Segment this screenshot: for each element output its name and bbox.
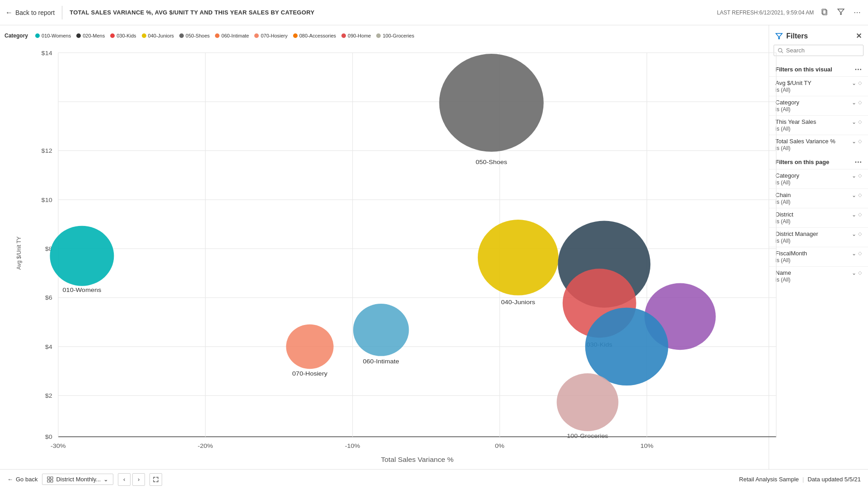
legend-dot-hosiery bbox=[254, 33, 259, 38]
filters-search-box[interactable] bbox=[774, 45, 863, 56]
svg-text:10%: 10% bbox=[640, 442, 653, 449]
bubble-010-womens[interactable] bbox=[50, 226, 114, 286]
page-filter-item[interactable]: FiscalMonth ⌄ ◇ is (All) bbox=[769, 247, 868, 266]
page-filters-list: Category ⌄ ◇ is (All) Chain ⌄ ◇ is (All)… bbox=[769, 169, 868, 286]
clear-filter-icon[interactable]: ◇ bbox=[858, 80, 862, 86]
nav-next-button[interactable]: › bbox=[132, 473, 145, 486]
clear-filter-icon[interactable]: ◇ bbox=[858, 192, 862, 198]
back-button[interactable]: ← Back to report bbox=[5, 9, 55, 17]
bubble-100-groceries[interactable] bbox=[557, 373, 619, 431]
page-filter-item[interactable]: Category ⌄ ◇ is (All) bbox=[769, 169, 868, 188]
divider bbox=[62, 6, 62, 19]
page-filter-item[interactable]: District Manager ⌄ ◇ is (All) bbox=[769, 227, 868, 247]
chevron-down-icon[interactable]: ⌄ bbox=[852, 250, 856, 257]
chevron-down-icon[interactable]: ⌄ bbox=[852, 231, 856, 237]
legend-item-juniors: 040-Juniors bbox=[142, 33, 174, 38]
top-bar: ← Back to report TOTAL SALES VARIANCE %,… bbox=[0, 0, 868, 25]
page-filter-item[interactable]: Chain ⌄ ◇ is (All) bbox=[769, 188, 868, 208]
visual-filter-item[interactable]: This Year Sales ⌄ ◇ is (All) bbox=[769, 115, 868, 135]
filters-section-page-title: Filters on this page ⋯ bbox=[769, 154, 868, 169]
legend-label-kids: 030-Kids bbox=[117, 33, 136, 38]
data-updated-label: Data updated 5/5/21 bbox=[807, 476, 861, 483]
clear-filter-icon[interactable]: ◇ bbox=[858, 212, 862, 217]
filters-title: Filters bbox=[786, 32, 808, 40]
chevron-down-icon[interactable]: ⌄ bbox=[852, 173, 856, 179]
legend-dot-juniors bbox=[142, 33, 146, 38]
svg-text:060-Intimate: 060-Intimate bbox=[363, 357, 400, 364]
visual-filter-item[interactable]: Total Sales Variance % ⌄ ◇ is (All) bbox=[769, 135, 868, 154]
bubble-060-intimate[interactable] bbox=[353, 304, 409, 356]
chevron-down-icon[interactable]: ⌄ bbox=[852, 80, 856, 86]
tab-icon bbox=[47, 476, 53, 483]
nav-arrows: ‹ › bbox=[118, 473, 145, 486]
refresh-text: LAST REFRESH:6/12/2021, 9:59:04 AM bbox=[717, 9, 814, 16]
go-back-label: Go back bbox=[16, 476, 37, 483]
clear-filter-icon[interactable]: ◇ bbox=[858, 173, 862, 179]
bubble-070-hosiery[interactable] bbox=[286, 324, 333, 369]
copy-icon[interactable] bbox=[819, 6, 830, 19]
bottom-bar: ← Go back District Monthly... ⌄ ‹ › bbox=[0, 469, 868, 489]
svg-text:-30%: -30% bbox=[51, 442, 66, 449]
svg-text:-20%: -20% bbox=[198, 442, 213, 449]
page-filters-more-icon[interactable]: ⋯ bbox=[854, 158, 862, 166]
tab-district-monthly[interactable]: District Monthly... ⌄ bbox=[42, 474, 113, 485]
expand-button[interactable] bbox=[149, 473, 162, 486]
visual-filters-list: Avg $/Unit TY ⌄ ◇ is (All) Category ⌄ ◇ … bbox=[769, 76, 868, 154]
clear-filter-icon[interactable]: ◇ bbox=[858, 231, 862, 237]
svg-text:040-Juniors: 040-Juniors bbox=[501, 299, 535, 306]
legend-label-womens: 010-Womens bbox=[42, 33, 71, 38]
chevron-down-icon[interactable]: ⌄ bbox=[852, 138, 856, 145]
filter-icon[interactable] bbox=[835, 6, 846, 19]
legend-item-groceries: 100-Groceries bbox=[376, 33, 414, 38]
legend-label-intimate: 060-Intimate bbox=[221, 33, 249, 38]
legend-dot-mens bbox=[76, 33, 81, 38]
chart-legend: Category 010-Womens 020-Mens 030-Kids 04… bbox=[0, 30, 760, 42]
legend-label-juniors: 040-Juniors bbox=[148, 33, 174, 38]
legend-dot-kids bbox=[110, 33, 115, 38]
bubble-090-home[interactable] bbox=[585, 308, 668, 386]
svg-rect-48 bbox=[51, 480, 53, 482]
legend-dot-womens bbox=[35, 33, 40, 38]
svg-text:0%: 0% bbox=[495, 442, 504, 449]
chevron-down-icon[interactable]: ⌄ bbox=[852, 192, 856, 198]
go-back-button[interactable]: ← Go back bbox=[7, 476, 37, 483]
clear-filter-icon[interactable]: ◇ bbox=[858, 250, 862, 256]
page-filter-item[interactable]: Name ⌄ ◇ is (All) bbox=[769, 266, 868, 286]
tab-chevron-icon[interactable]: ⌄ bbox=[103, 476, 108, 483]
visual-filters-more-icon[interactable]: ⋯ bbox=[854, 65, 862, 74]
svg-text:050-Shoes: 050-Shoes bbox=[476, 158, 507, 165]
legend-dot-groceries bbox=[376, 33, 381, 38]
filters-close-icon[interactable]: ✕ bbox=[856, 32, 862, 40]
clear-filter-icon[interactable]: ◇ bbox=[858, 270, 862, 276]
chevron-down-icon[interactable]: ⌄ bbox=[852, 270, 856, 276]
chart-area: Category 010-Womens 020-Mens 030-Kids 04… bbox=[0, 25, 769, 469]
svg-marker-2 bbox=[838, 9, 844, 14]
more-options-icon[interactable]: ⋯ bbox=[852, 6, 863, 19]
chart-svg[interactable]: $0 $2 $4 $6 $8 $10 $12 $14 -30% -20% -10… bbox=[23, 42, 782, 465]
bubble-050-shoes[interactable] bbox=[439, 54, 543, 152]
clear-filter-icon[interactable]: ◇ bbox=[858, 99, 862, 105]
clear-filter-icon[interactable]: ◇ bbox=[858, 119, 862, 125]
svg-text:$6: $6 bbox=[45, 294, 52, 301]
bubble-040-juniors[interactable] bbox=[478, 220, 559, 295]
chevron-down-icon[interactable]: ⌄ bbox=[852, 212, 856, 218]
visual-filter-item[interactable]: Avg $/Unit TY ⌄ ◇ is (All) bbox=[769, 76, 868, 96]
top-bar-right: LAST REFRESH:6/12/2021, 9:59:04 AM ⋯ bbox=[717, 6, 863, 19]
filters-panel: Filters ✕ Filters on this visual ⋯ Avg $… bbox=[769, 25, 868, 469]
svg-text:$2: $2 bbox=[45, 392, 52, 399]
chevron-down-icon[interactable]: ⌄ bbox=[852, 99, 856, 106]
clear-filter-icon[interactable]: ◇ bbox=[858, 138, 862, 144]
chevron-down-icon[interactable]: ⌄ bbox=[852, 119, 856, 125]
visual-filter-item[interactable]: Category ⌄ ◇ is (All) bbox=[769, 96, 868, 115]
search-input[interactable] bbox=[786, 47, 859, 54]
bottom-divider: | bbox=[803, 476, 804, 483]
legend-dot-home bbox=[341, 33, 346, 38]
svg-rect-46 bbox=[51, 477, 53, 479]
main-layout: Category 010-Womens 020-Mens 030-Kids 04… bbox=[0, 25, 868, 469]
legend-dot-accessories bbox=[293, 33, 298, 38]
legend-item-intimate: 060-Intimate bbox=[215, 33, 249, 38]
svg-text:Total Sales Variance %: Total Sales Variance % bbox=[381, 456, 453, 463]
nav-prev-button[interactable]: ‹ bbox=[118, 473, 131, 486]
legend-item-kids: 030-Kids bbox=[110, 33, 136, 38]
page-filter-item[interactable]: District ⌄ ◇ is (All) bbox=[769, 208, 868, 227]
